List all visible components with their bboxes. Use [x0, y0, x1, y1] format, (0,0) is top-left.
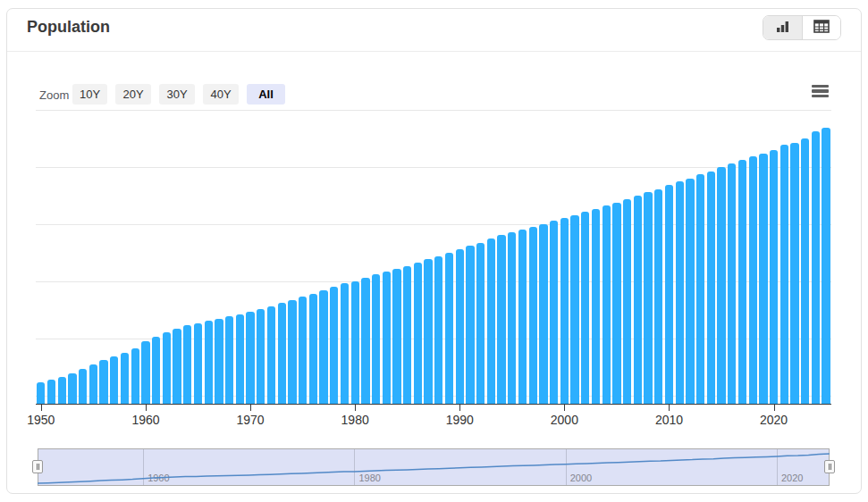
zoom-button-30y[interactable]: 30Y: [159, 84, 195, 105]
zoom-button-all[interactable]: All: [247, 84, 285, 105]
bar-1959[interactable]: [131, 348, 139, 404]
bar-1971[interactable]: [257, 309, 265, 404]
bar-2014[interactable]: [707, 172, 715, 404]
bar-1992[interactable]: [476, 243, 485, 404]
bar-2000[interactable]: [560, 218, 569, 404]
x-tick: [355, 405, 356, 411]
bar-1989[interactable]: [445, 253, 453, 404]
bar-1993[interactable]: [487, 238, 495, 404]
bar-2004[interactable]: [603, 205, 611, 404]
bar-1952[interactable]: [58, 377, 66, 404]
zoom-button-20y[interactable]: 20Y: [115, 84, 151, 105]
chart-view-button[interactable]: [763, 16, 802, 39]
bar-1996[interactable]: [518, 230, 527, 404]
bar-2018[interactable]: [749, 156, 757, 404]
bar-1957[interactable]: [110, 356, 118, 404]
bar-2012[interactable]: [686, 179, 694, 404]
bar-1995[interactable]: [508, 232, 516, 404]
bar-1997[interactable]: [529, 227, 537, 404]
y-gridline: [36, 167, 831, 168]
bar-1986[interactable]: [414, 263, 422, 404]
bar-1984[interactable]: [392, 269, 400, 404]
navigator-year-label: 1980: [358, 473, 380, 483]
bar-1956[interactable]: [99, 360, 107, 404]
hamburger-menu-icon[interactable]: [812, 85, 829, 97]
zoom-button-10y[interactable]: 10Y: [72, 84, 107, 105]
table-view-button[interactable]: [802, 16, 841, 39]
bar-2005[interactable]: [612, 203, 620, 404]
bar-2025[interactable]: [822, 128, 830, 404]
bar-1953[interactable]: [68, 373, 76, 404]
bar-1966[interactable]: [205, 321, 213, 404]
bar-1980[interactable]: [351, 281, 359, 404]
bar-2003[interactable]: [592, 209, 600, 404]
bar-1983[interactable]: [383, 272, 391, 404]
bar-1979[interactable]: [341, 283, 349, 404]
bar-1988[interactable]: [434, 256, 442, 404]
bar-1951[interactable]: [47, 380, 55, 404]
bar-1991[interactable]: [466, 246, 474, 404]
bar-1950[interactable]: [37, 382, 45, 404]
population-widget: Population: [0, 0, 868, 502]
x-tick-label: 2020: [747, 413, 801, 427]
bar-1969[interactable]: [236, 314, 244, 404]
x-tick: [41, 405, 42, 411]
bar-1961[interactable]: [152, 337, 160, 404]
bar-1962[interactable]: [163, 332, 171, 404]
bar-2009[interactable]: [654, 189, 662, 404]
navigator-right-handle[interactable]: [824, 460, 835, 473]
bar-1964[interactable]: [183, 325, 191, 404]
bar-2007[interactable]: [634, 196, 642, 404]
navigator-left-handle[interactable]: [32, 460, 43, 473]
bar-1958[interactable]: [121, 353, 129, 404]
bar-1982[interactable]: [372, 274, 380, 404]
bar-1954[interactable]: [79, 369, 87, 404]
bar-2021[interactable]: [780, 145, 788, 404]
bar-1985[interactable]: [403, 266, 411, 404]
column-chart-icon: [775, 20, 790, 37]
bar-1967[interactable]: [215, 319, 223, 404]
bar-2011[interactable]: [676, 181, 684, 404]
bar-2016[interactable]: [728, 163, 736, 404]
bar-1965[interactable]: [194, 323, 202, 404]
bar-2024[interactable]: [812, 131, 820, 404]
bar-1990[interactable]: [456, 249, 464, 404]
bar-2017[interactable]: [738, 160, 746, 404]
bar-1977[interactable]: [319, 290, 327, 404]
bar-1963[interactable]: [173, 329, 181, 404]
bar-2013[interactable]: [696, 174, 704, 404]
bar-1955[interactable]: [89, 364, 97, 404]
x-tick: [146, 405, 147, 411]
bar-2008[interactable]: [644, 192, 652, 404]
bar-1972[interactable]: [267, 306, 275, 404]
bar-1998[interactable]: [539, 224, 547, 404]
bar-2002[interactable]: [581, 212, 589, 404]
bar-2023[interactable]: [801, 138, 809, 404]
navigator-gridline: [143, 449, 144, 485]
navigator-year-label: 2020: [781, 473, 803, 483]
bar-1999[interactable]: [550, 221, 558, 404]
bar-1973[interactable]: [278, 303, 286, 404]
x-axis-line: [36, 404, 831, 405]
bar-2015[interactable]: [717, 167, 725, 404]
bar-1978[interactable]: [330, 287, 338, 404]
bar-1987[interactable]: [424, 259, 432, 404]
x-tick-label: 2000: [537, 413, 591, 427]
zoom-button-40y[interactable]: 40Y: [203, 84, 239, 105]
navigator-gridline: [566, 449, 567, 485]
bar-1960[interactable]: [141, 341, 149, 404]
bar-1968[interactable]: [225, 316, 233, 404]
bar-2001[interactable]: [570, 215, 578, 404]
bar-1970[interactable]: [246, 312, 254, 404]
bar-2010[interactable]: [665, 185, 673, 404]
bar-2020[interactable]: [770, 150, 778, 404]
bar-1974[interactable]: [288, 300, 296, 404]
bar-1975[interactable]: [299, 297, 307, 404]
bar-2022[interactable]: [790, 143, 798, 404]
bar-1981[interactable]: [361, 278, 369, 404]
bar-2019[interactable]: [759, 154, 767, 404]
zoom-label: Zoom: [39, 88, 69, 102]
bar-2006[interactable]: [623, 199, 631, 404]
bar-1976[interactable]: [309, 294, 317, 404]
bar-1994[interactable]: [497, 235, 505, 404]
